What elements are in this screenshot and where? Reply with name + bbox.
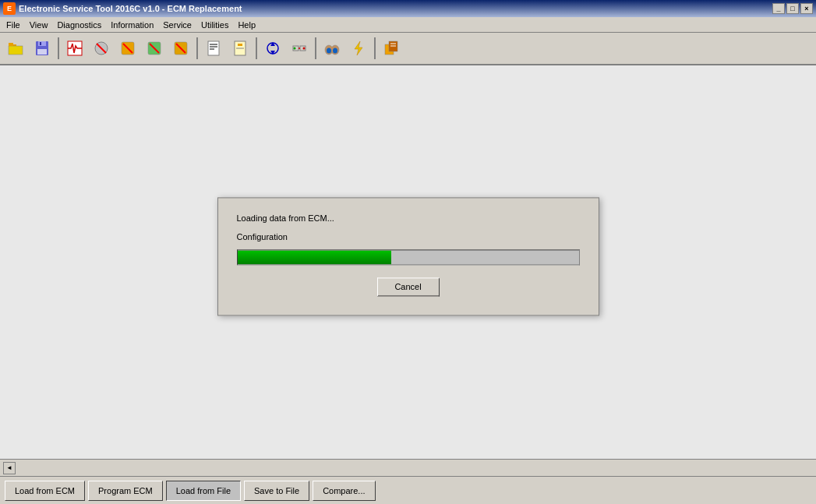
- svg-point-34: [327, 48, 331, 54]
- toolbar-sep-5: [374, 37, 376, 59]
- svg-point-35: [333, 48, 337, 54]
- toolbar-sep-2: [196, 37, 198, 59]
- toolbar-arrows-icon[interactable]: [260, 36, 285, 61]
- loading-text: Loading data from ECM...: [237, 213, 580, 223]
- progress-bar-fill: [238, 250, 391, 264]
- menu-help[interactable]: Help: [233, 19, 260, 31]
- toolbar-doc-icon[interactable]: [201, 36, 226, 61]
- main-content: Loading data from ECM... Configuration C…: [0, 65, 816, 459]
- svg-rect-2: [9, 43, 13, 46]
- menu-information[interactable]: Information: [106, 19, 158, 31]
- svg-point-30: [303, 48, 306, 50]
- toolbar-binoculars-icon[interactable]: [320, 36, 344, 61]
- dialog-buttons: Cancel: [237, 277, 580, 296]
- svg-rect-33: [330, 47, 334, 49]
- menu-utilities[interactable]: Utilities: [196, 19, 233, 31]
- toolbar-gear-icon[interactable]: [228, 36, 253, 61]
- cancel-button[interactable]: Cancel: [377, 277, 440, 296]
- svg-rect-16: [208, 41, 219, 55]
- svg-point-29: [294, 48, 296, 50]
- bottom-bar: Load from ECM Program ECM Load from File…: [0, 476, 816, 504]
- svg-rect-4: [38, 41, 46, 46]
- status-bar: ◄: [0, 459, 816, 476]
- toolbar-open-icon[interactable]: [3, 36, 28, 61]
- toolbar-ecg-icon[interactable]: [62, 36, 87, 61]
- title-bar-text: Electronic Service Tool 2016C v1.0 - ECM…: [19, 4, 772, 13]
- loading-dialog: Loading data from ECM... Configuration C…: [217, 197, 599, 315]
- maximize-button[interactable]: □: [786, 3, 799, 14]
- load-from-file-button[interactable]: Load from File: [166, 481, 241, 501]
- toolbar-connect-icon[interactable]: [287, 36, 312, 61]
- scroll-left-button[interactable]: ◄: [3, 462, 16, 474]
- compare-button[interactable]: Compare...: [313, 481, 375, 501]
- menu-service[interactable]: Service: [158, 19, 196, 31]
- menu-diagnostics[interactable]: Diagnostics: [52, 19, 106, 31]
- load-from-ecm-button[interactable]: Load from ECM: [5, 481, 85, 501]
- minimize-button[interactable]: _: [772, 3, 785, 14]
- toolbar-disabled4-icon[interactable]: [168, 36, 193, 61]
- toolbar-export-icon[interactable]: [379, 36, 404, 61]
- svg-rect-5: [37, 49, 47, 55]
- config-label: Configuration: [237, 232, 580, 241]
- progress-bar-container: [237, 249, 580, 265]
- toolbar-sep-4: [315, 37, 316, 59]
- svg-rect-21: [238, 44, 242, 46]
- title-bar: E Electronic Service Tool 2016C v1.0 - E…: [0, 0, 816, 17]
- toolbar-save-icon[interactable]: [30, 36, 55, 61]
- menu-file[interactable]: File: [2, 19, 25, 31]
- toolbar-disabled2-icon[interactable]: [115, 36, 140, 61]
- save-to-file-button[interactable]: Save to File: [244, 481, 309, 501]
- toolbar: [0, 33, 816, 65]
- toolbar-disabled3-icon[interactable]: [142, 36, 167, 61]
- close-button[interactable]: ×: [800, 3, 813, 14]
- menu-bar: File View Diagnostics Information Servic…: [0, 17, 816, 33]
- svg-rect-1: [9, 46, 23, 55]
- menu-view[interactable]: View: [25, 19, 53, 31]
- title-bar-controls[interactable]: _ □ ×: [772, 3, 813, 14]
- toolbar-flash-icon[interactable]: [346, 36, 371, 61]
- toolbar-disabled1-icon[interactable]: [89, 36, 114, 61]
- svg-rect-6: [40, 42, 41, 45]
- svg-marker-36: [355, 41, 362, 55]
- program-ecm-button[interactable]: Program ECM: [88, 481, 163, 501]
- toolbar-sep-3: [256, 37, 257, 59]
- app-icon: E: [3, 2, 16, 15]
- toolbar-sep-1: [58, 37, 59, 59]
